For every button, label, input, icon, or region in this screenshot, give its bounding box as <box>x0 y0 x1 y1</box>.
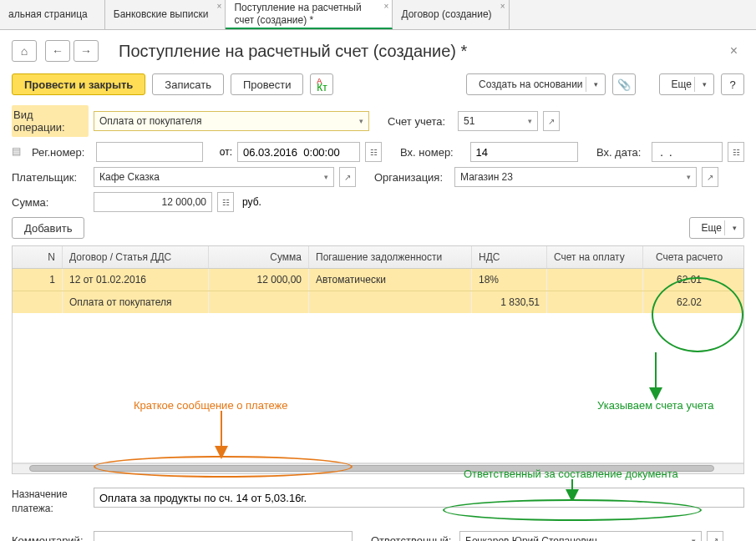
col-repay[interactable]: Погашение задолженности <box>309 246 472 268</box>
tab-contract-create[interactable]: Договор (создание)× <box>393 0 509 29</box>
home-button[interactable]: ⌂ <box>12 40 37 62</box>
org-field[interactable]: Магазин 23▾ <box>454 167 697 187</box>
org-label: Организация: <box>374 171 449 184</box>
attachment-button[interactable]: 📎 <box>612 73 636 95</box>
dt-kt-button[interactable]: АКт <box>310 73 333 95</box>
col-contract[interactable]: Договор / Статья ДДС <box>63 246 209 268</box>
open-account-button[interactable]: ↗ <box>543 111 560 131</box>
reg-number-field[interactable] <box>96 142 202 162</box>
from-label: от: <box>220 146 232 158</box>
table-header: N Договор / Статья ДДС Сумма Погашение з… <box>13 246 743 269</box>
reg-number-label: Рег.номер: <box>32 146 92 159</box>
main-toolbar: Провести и закрыть Записать Провести АКт… <box>0 70 756 105</box>
tab-main-page[interactable]: альная страница <box>0 0 105 29</box>
calendar-button[interactable]: ☷ <box>728 142 744 162</box>
more-button[interactable]: Еще <box>659 73 714 95</box>
form-area: Вид операции: Оплата от покупателя▾ Счет… <box>0 105 756 212</box>
open-payer-button[interactable]: ↗ <box>339 167 356 187</box>
operation-type-label: Вид операции: <box>12 105 89 137</box>
date-from-field[interactable] <box>237 142 360 162</box>
table-body-empty <box>13 313 743 463</box>
comment-field[interactable] <box>94 531 353 541</box>
chevron-down-icon[interactable]: ▾ <box>683 173 691 181</box>
add-row-button[interactable]: Добавить <box>12 217 84 239</box>
page-title: Поступление на расчетный счет (создание)… <box>119 42 723 61</box>
account-field[interactable]: 51▾ <box>458 111 538 131</box>
save-button[interactable]: Записать <box>152 73 224 95</box>
nav-forward-button[interactable]: → <box>74 40 99 62</box>
table-row[interactable]: Оплата от покупателя 1 830,51 62.02 <box>13 291 743 313</box>
chevron-down-icon[interactable]: ▾ <box>356 117 363 125</box>
post-and-close-button[interactable]: Провести и закрыть <box>12 73 145 95</box>
responsible-field[interactable]: Бочкарев Юрий Степанович▾ <box>459 531 702 541</box>
table-section: Добавить Еще N Договор / Статья ДДС Сумм… <box>12 217 744 474</box>
close-icon[interactable]: × <box>384 2 389 12</box>
close-icon[interactable]: × <box>500 2 505 12</box>
sum-label: Сумма: <box>12 196 89 209</box>
tab-bar: альная страница Банковские выписки× Пост… <box>0 0 756 30</box>
payer-label: Плательщик: <box>12 171 89 184</box>
account-label: Счет учета: <box>388 115 453 128</box>
annotation-text-green2: Ответственный за составление документа <box>464 468 678 480</box>
open-org-button[interactable]: ↗ <box>702 167 718 187</box>
page-header: ⌂ ← → Поступление на расчетный счет (соз… <box>0 30 756 70</box>
col-invoice[interactable]: Счет на оплату <box>547 246 643 268</box>
annotation-text-orange: Краткое сообщение о платеже <box>134 399 287 412</box>
open-responsible-button[interactable]: ↗ <box>707 531 723 541</box>
close-icon[interactable]: × <box>217 2 222 12</box>
document-icon: ▤ <box>12 145 25 159</box>
chevron-down-icon[interactable]: ▾ <box>525 117 532 125</box>
calendar-button[interactable]: ☷ <box>365 142 382 162</box>
table-more-button[interactable]: Еще <box>689 217 744 239</box>
ext-date-field[interactable] <box>652 142 723 162</box>
col-sum[interactable]: Сумма <box>209 246 309 268</box>
footer-section: Назначение платежа: Комментарий: Ответст… <box>0 484 756 541</box>
sum-unit: руб. <box>242 196 261 208</box>
comment-label: Комментарий: <box>12 534 89 541</box>
col-vat[interactable]: НДС <box>472 246 547 268</box>
chevron-down-icon[interactable]: ▾ <box>688 537 696 541</box>
ext-date-label: Вх. дата: <box>596 146 647 159</box>
annotation-text-green1: Указываем счета учета <box>597 399 714 412</box>
nav-back-button[interactable]: ← <box>45 40 70 62</box>
chevron-down-icon[interactable]: ▾ <box>321 173 328 181</box>
purpose-label: Назначение платежа: <box>12 488 89 516</box>
ext-number-label: Вх. номер: <box>400 146 465 159</box>
purpose-field[interactable] <box>94 488 744 508</box>
help-button[interactable]: ? <box>721 73 744 95</box>
table-row[interactable]: 1 12 от 01.02.2016 12 000,00 Автоматичес… <box>13 269 743 291</box>
sum-field[interactable]: 12 000,00 <box>94 192 212 212</box>
create-based-on-button[interactable]: Создать на основании <box>466 73 606 95</box>
calc-button[interactable]: ☷ <box>217 192 234 212</box>
tab-bank-statements[interactable]: Банковские выписки× <box>105 0 226 29</box>
responsible-label: Ответственный: <box>371 534 454 541</box>
post-button[interactable]: Провести <box>231 73 304 95</box>
ext-number-field[interactable] <box>470 142 578 162</box>
tab-receipt-create[interactable]: Поступление на расчетный счет (создание)… <box>226 0 393 29</box>
operation-type-field[interactable]: Оплата от покупателя▾ <box>94 111 369 131</box>
page-close-button[interactable]: × <box>723 40 744 62</box>
col-n[interactable]: N <box>13 246 63 268</box>
payer-field[interactable]: Кафе Сказка▾ <box>94 167 334 187</box>
payments-table: N Договор / Статья ДДС Сумма Погашение з… <box>12 245 744 474</box>
col-settle[interactable]: Счета расчето <box>643 246 735 268</box>
